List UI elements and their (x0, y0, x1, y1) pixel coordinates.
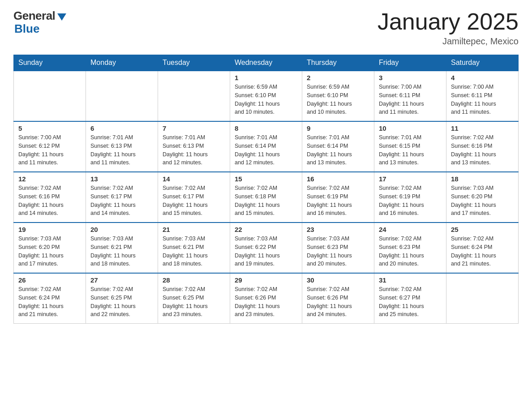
day-cell: 13Sunrise: 7:02 AM Sunset: 6:17 PM Dayli… (86, 172, 158, 223)
day-number: 18 (451, 175, 514, 183)
day-number: 26 (18, 276, 81, 284)
day-cell: 2Sunrise: 6:59 AM Sunset: 6:10 PM Daylig… (302, 71, 374, 121)
day-cell: 21Sunrise: 7:03 AM Sunset: 6:21 PM Dayli… (158, 223, 230, 273)
day-info: Sunrise: 7:01 AM Sunset: 6:13 PM Dayligh… (163, 133, 225, 167)
day-number: 14 (163, 175, 225, 183)
day-info: Sunrise: 7:01 AM Sunset: 6:13 PM Dayligh… (90, 133, 153, 167)
day-number: 6 (90, 124, 153, 132)
week-row-3: 12Sunrise: 7:02 AM Sunset: 6:16 PM Dayli… (14, 172, 519, 223)
calendar-body: 1Sunrise: 6:59 AM Sunset: 6:10 PM Daylig… (14, 71, 519, 324)
day-cell: 16Sunrise: 7:02 AM Sunset: 6:19 PM Dayli… (302, 172, 374, 223)
day-cell (158, 71, 230, 121)
calendar-table: SundayMondayTuesdayWednesdayThursdayFrid… (13, 55, 519, 324)
day-number: 29 (235, 276, 297, 284)
day-cell: 14Sunrise: 7:02 AM Sunset: 6:17 PM Dayli… (158, 172, 230, 223)
day-info: Sunrise: 7:01 AM Sunset: 6:15 PM Dayligh… (379, 133, 442, 167)
day-number: 8 (235, 124, 297, 132)
day-cell: 8Sunrise: 7:01 AM Sunset: 6:14 PM Daylig… (230, 121, 302, 172)
day-cell: 15Sunrise: 7:02 AM Sunset: 6:18 PM Dayli… (230, 172, 302, 223)
day-number: 2 (307, 74, 369, 81)
day-info: Sunrise: 7:03 AM Sunset: 6:21 PM Dayligh… (163, 235, 225, 268)
day-cell (14, 71, 86, 121)
day-cell: 12Sunrise: 7:02 AM Sunset: 6:16 PM Dayli… (14, 172, 86, 223)
day-info: Sunrise: 7:01 AM Sunset: 6:14 PM Dayligh… (235, 133, 297, 167)
day-number: 10 (379, 124, 442, 132)
header-cell-tuesday: Tuesday (158, 55, 230, 71)
day-number: 24 (379, 226, 442, 233)
day-info: Sunrise: 7:02 AM Sunset: 6:24 PM Dayligh… (451, 235, 514, 268)
day-number: 16 (307, 175, 369, 183)
day-info: Sunrise: 7:02 AM Sunset: 6:24 PM Dayligh… (18, 285, 81, 319)
day-cell: 10Sunrise: 7:01 AM Sunset: 6:15 PM Dayli… (374, 121, 446, 172)
day-info: Sunrise: 6:59 AM Sunset: 6:10 PM Dayligh… (235, 83, 297, 116)
day-number: 5 (18, 124, 81, 132)
logo-general-text: General (13, 9, 55, 23)
day-number: 22 (235, 226, 297, 233)
day-number: 20 (90, 226, 153, 233)
day-info: Sunrise: 7:02 AM Sunset: 6:17 PM Dayligh… (163, 184, 225, 218)
day-number: 17 (379, 175, 442, 183)
calendar-subtitle: Jamiltepec, Mexico (378, 36, 519, 47)
header-cell-monday: Monday (86, 55, 158, 71)
day-number: 13 (90, 175, 153, 183)
day-number: 19 (18, 226, 81, 233)
day-cell: 9Sunrise: 7:01 AM Sunset: 6:14 PM Daylig… (302, 121, 374, 172)
day-info: Sunrise: 7:03 AM Sunset: 6:20 PM Dayligh… (451, 184, 514, 218)
day-cell: 19Sunrise: 7:03 AM Sunset: 6:20 PM Dayli… (14, 223, 86, 273)
day-cell: 26Sunrise: 7:02 AM Sunset: 6:24 PM Dayli… (14, 273, 86, 324)
day-cell: 31Sunrise: 7:02 AM Sunset: 6:27 PM Dayli… (374, 273, 446, 324)
day-cell: 3Sunrise: 7:00 AM Sunset: 6:11 PM Daylig… (374, 71, 446, 121)
day-number: 23 (307, 226, 369, 233)
logo-blue-text: Blue (13, 22, 39, 36)
day-cell: 11Sunrise: 7:02 AM Sunset: 6:16 PM Dayli… (446, 121, 519, 172)
day-info: Sunrise: 7:00 AM Sunset: 6:11 PM Dayligh… (451, 83, 514, 116)
day-cell: 27Sunrise: 7:02 AM Sunset: 6:25 PM Dayli… (86, 273, 158, 324)
day-info: Sunrise: 7:02 AM Sunset: 6:16 PM Dayligh… (18, 184, 81, 218)
day-cell: 28Sunrise: 7:02 AM Sunset: 6:25 PM Dayli… (158, 273, 230, 324)
day-cell: 4Sunrise: 7:00 AM Sunset: 6:11 PM Daylig… (446, 71, 519, 121)
day-info: Sunrise: 7:00 AM Sunset: 6:11 PM Dayligh… (379, 83, 442, 116)
day-cell: 24Sunrise: 7:02 AM Sunset: 6:23 PM Dayli… (374, 223, 446, 273)
week-row-4: 19Sunrise: 7:03 AM Sunset: 6:20 PM Dayli… (14, 223, 519, 273)
day-number: 15 (235, 175, 297, 183)
day-info: Sunrise: 7:02 AM Sunset: 6:19 PM Dayligh… (379, 184, 442, 218)
logo: General Blue (13, 9, 66, 36)
day-number: 21 (163, 226, 225, 233)
day-cell: 30Sunrise: 7:02 AM Sunset: 6:26 PM Dayli… (302, 273, 374, 324)
day-info: Sunrise: 7:03 AM Sunset: 6:21 PM Dayligh… (90, 235, 153, 268)
day-cell (446, 273, 519, 324)
day-info: Sunrise: 7:02 AM Sunset: 6:18 PM Dayligh… (235, 184, 297, 218)
week-row-2: 5Sunrise: 7:00 AM Sunset: 6:12 PM Daylig… (14, 121, 519, 172)
header-cell-saturday: Saturday (446, 55, 519, 71)
day-info: Sunrise: 7:02 AM Sunset: 6:25 PM Dayligh… (163, 285, 225, 319)
week-row-5: 26Sunrise: 7:02 AM Sunset: 6:24 PM Dayli… (14, 273, 519, 324)
day-cell: 23Sunrise: 7:03 AM Sunset: 6:23 PM Dayli… (302, 223, 374, 273)
logo-triangle-icon (57, 13, 66, 21)
day-cell: 7Sunrise: 7:01 AM Sunset: 6:13 PM Daylig… (158, 121, 230, 172)
day-info: Sunrise: 7:02 AM Sunset: 6:27 PM Dayligh… (379, 285, 442, 319)
day-cell: 22Sunrise: 7:03 AM Sunset: 6:22 PM Dayli… (230, 223, 302, 273)
title-block: January 2025 Jamiltepec, Mexico (378, 9, 519, 47)
day-info: Sunrise: 7:02 AM Sunset: 6:26 PM Dayligh… (235, 285, 297, 319)
day-info: Sunrise: 7:03 AM Sunset: 6:22 PM Dayligh… (235, 235, 297, 268)
header-cell-sunday: Sunday (14, 55, 86, 71)
day-info: Sunrise: 7:00 AM Sunset: 6:12 PM Dayligh… (18, 133, 81, 167)
header-cell-wednesday: Wednesday (230, 55, 302, 71)
header-cell-thursday: Thursday (302, 55, 374, 71)
day-info: Sunrise: 6:59 AM Sunset: 6:10 PM Dayligh… (307, 83, 369, 116)
day-number: 3 (379, 74, 442, 81)
calendar-header: SundayMondayTuesdayWednesdayThursdayFrid… (14, 55, 519, 71)
day-info: Sunrise: 7:02 AM Sunset: 6:26 PM Dayligh… (307, 285, 369, 319)
day-info: Sunrise: 7:03 AM Sunset: 6:20 PM Dayligh… (18, 235, 81, 268)
week-row-1: 1Sunrise: 6:59 AM Sunset: 6:10 PM Daylig… (14, 71, 519, 121)
day-number: 30 (307, 276, 369, 284)
day-info: Sunrise: 7:02 AM Sunset: 6:17 PM Dayligh… (90, 184, 153, 218)
day-number: 1 (235, 74, 297, 81)
day-cell: 29Sunrise: 7:02 AM Sunset: 6:26 PM Dayli… (230, 273, 302, 324)
calendar-title: January 2025 (378, 9, 519, 34)
day-cell: 18Sunrise: 7:03 AM Sunset: 6:20 PM Dayli… (446, 172, 519, 223)
day-info: Sunrise: 7:02 AM Sunset: 6:25 PM Dayligh… (90, 285, 153, 319)
day-info: Sunrise: 7:02 AM Sunset: 6:23 PM Dayligh… (379, 235, 442, 268)
day-number: 11 (451, 124, 514, 132)
page-header: General Blue January 2025 Jamiltepec, Me… (13, 9, 519, 47)
